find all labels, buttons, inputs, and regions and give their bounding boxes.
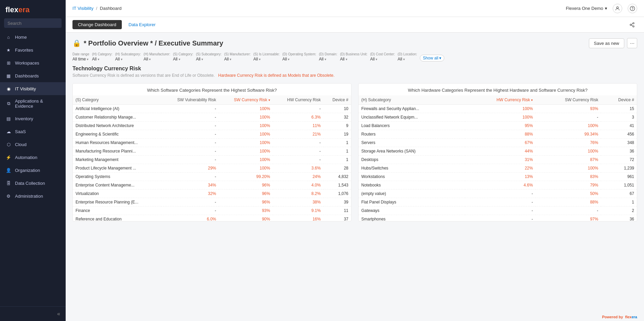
filter-d-cost-center[interactable]: (D) Cost Center: All xyxy=(370,52,395,61)
table-row[interactable]: Operating Systems - 99.20% 24% 4,832 xyxy=(73,173,351,181)
left-table: (S) Category SW Vulnerability Risk SW Cu… xyxy=(73,95,351,221)
svg-point-5 xyxy=(633,25,634,27)
filter-d-os-select[interactable]: All xyxy=(282,57,316,61)
table-row[interactable]: Hubs/Switches 22% 100% 1,239 xyxy=(359,164,637,173)
sidebar-item-administration[interactable]: ⚙ Administration xyxy=(0,190,66,202)
filter-s-subcategory-select[interactable]: All xyxy=(196,57,221,61)
filter-s-manufacturer-select[interactable]: All xyxy=(224,57,251,61)
help-icon[interactable] xyxy=(628,4,637,13)
table-row[interactable]: Marketing Management - 100% - 1 xyxy=(73,156,351,164)
sidebar-collapse-button[interactable]: « xyxy=(0,306,66,321)
user-profile-icon[interactable] xyxy=(613,4,622,13)
sidebar-item-data-collection[interactable]: 🗄 Data Collection xyxy=(0,177,66,190)
col-sw-currency[interactable]: SW Currency Risk ▾ xyxy=(219,95,273,105)
filter-d-domain-select[interactable]: All xyxy=(319,57,337,61)
table-row[interactable]: Desktops 31% 87% 72 xyxy=(359,156,637,164)
table-row[interactable]: Enterprise Content Manageme... 34% 96% 4… xyxy=(73,181,351,190)
table-row[interactable]: Firewalls and Security Applian... 100% 9… xyxy=(359,105,637,113)
filter-h-category-select[interactable]: All xyxy=(92,57,112,61)
table-row[interactable]: Workstations 13% 83% 961 xyxy=(359,173,637,181)
sidebar-item-home[interactable]: ⌂ Home xyxy=(0,31,66,43)
table-row[interactable]: Unclassified Network Equipm... 100% - 3 xyxy=(359,113,637,122)
filter-date-range-select[interactable]: All time xyxy=(72,57,89,61)
topbar-right: Flexera One Demo ▾ xyxy=(566,4,637,13)
left-table-scroll[interactable]: (S) Category SW Vulnerability Risk SW Cu… xyxy=(73,95,351,221)
filter-h-subcategory-select[interactable]: All xyxy=(115,57,141,61)
filter-h-subcategory[interactable]: (H) Subcategory: All xyxy=(115,52,141,61)
filter-h-manufacturer-select[interactable]: All xyxy=(144,57,170,61)
sidebar-item-applications[interactable]: ⧉ Applications & Evidence xyxy=(0,95,66,112)
filter-d-business-unit[interactable]: (D) Business Unit: All xyxy=(340,52,367,61)
col-device-num-r[interactable]: Device # xyxy=(601,95,637,105)
show-all-filters-button[interactable]: Show all ▾ xyxy=(420,55,444,61)
save-as-new-button[interactable]: Save as new xyxy=(589,38,624,48)
table-row[interactable]: Load Balancers 95% 100% 41 xyxy=(359,122,637,130)
col-sw-currency-r[interactable]: SW Currency Risk xyxy=(535,95,601,105)
breadcrumb-parent[interactable]: IT Visibility xyxy=(72,6,94,11)
cell-hw-currency: 31% xyxy=(465,156,535,164)
table-row[interactable]: Gateways - - 2 xyxy=(359,207,637,215)
table-row[interactable]: Customer Relationship Manage... - 100% 6… xyxy=(73,113,351,122)
search-input[interactable] xyxy=(7,21,65,26)
sidebar-item-it-visibility[interactable]: ◉ IT Visibility xyxy=(0,82,66,95)
sidebar-item-dashboards[interactable]: ▦ Dashboards xyxy=(0,69,66,82)
table-row[interactable]: Smartphones - 97% 36 xyxy=(359,215,637,221)
table-row[interactable]: Manufacturing Resource Planni... - 100% … xyxy=(73,147,351,156)
change-dashboard-tab[interactable]: Change Dashboard xyxy=(72,20,122,29)
share-button[interactable] xyxy=(627,20,637,30)
table-row[interactable]: Reference and Education 6.0% 90% 16% 37 xyxy=(73,215,351,221)
sidebar-item-automation[interactable]: ⚡ Automation xyxy=(0,151,66,164)
table-row[interactable]: Engineering & Scientific - 100% 21% 19 xyxy=(73,130,351,139)
filter-d-domain[interactable]: (D) Domain: All xyxy=(319,52,337,61)
svg-line-6 xyxy=(631,25,633,26)
table-row[interactable]: Human Resources Management... - 100% - 1 xyxy=(73,139,351,147)
filter-d-cost-center-select[interactable]: All xyxy=(370,57,395,61)
filter-s-category[interactable]: (S) Category: All xyxy=(173,52,193,61)
table-row[interactable]: Storage Area Networks (SAN) 44% 100% 36 xyxy=(359,147,637,156)
table-row[interactable]: Flat Panel Displays - 88% 1 xyxy=(359,198,637,207)
filter-h-manufacturer[interactable]: (H) Manufacturer: All xyxy=(144,52,170,61)
sidebar-item-favorites[interactable]: ★ Favorites xyxy=(0,43,66,56)
table-row[interactable]: Enterprise Resource Planning (E... - 96%… xyxy=(73,198,351,207)
table-row[interactable]: Notebooks 4.6% 79% 1,051 xyxy=(359,181,637,190)
col-h-subcategory[interactable]: (H) Subcategory xyxy=(359,95,465,105)
col-hw-currency-r[interactable]: HW Currency Risk ▾ xyxy=(465,95,535,105)
col-device-num[interactable]: Device # xyxy=(324,95,351,105)
search-box[interactable]: 🔍 xyxy=(4,18,62,28)
table-row[interactable]: Routers 88% 99.34% 456 xyxy=(359,130,637,139)
table-row[interactable]: Product Lifecycle Management ... 29% 100… xyxy=(73,164,351,173)
filter-s-licensable-select[interactable]: All xyxy=(253,57,280,61)
filter-s-manufacturer[interactable]: (S) Manufacturer: All xyxy=(224,52,251,61)
table-row[interactable]: Artificial Intelligence (AI) - 100% - 10 xyxy=(73,105,351,113)
col-sw-vuln[interactable]: SW Vulnerability Risk xyxy=(161,95,219,105)
table-row[interactable]: Finance - 93% 9.1% 11 xyxy=(73,207,351,215)
sidebar-item-organization[interactable]: 👤 Organization xyxy=(0,164,66,177)
filter-s-category-select[interactable]: All xyxy=(173,57,193,61)
table-row[interactable]: Virtualization 32% 96% 8.2% 1,076 xyxy=(73,190,351,198)
filter-s-licensable[interactable]: (S) Is Licensable: All xyxy=(253,52,280,61)
filter-d-business-unit-select[interactable]: All xyxy=(340,57,367,61)
powered-by: Powered by flexera xyxy=(66,313,644,321)
filter-d-location[interactable]: (D) Location: All xyxy=(398,52,417,61)
col-s-category[interactable]: (S) Category xyxy=(73,95,161,105)
sidebar-item-inventory[interactable]: ▤ Inventory xyxy=(0,112,66,125)
sidebar-item-workspaces[interactable]: ⊞ Workspaces xyxy=(0,56,66,69)
subtitle-link[interactable]: Hardware Currency Risk is defined as Mod… xyxy=(218,73,334,78)
table-row[interactable]: Servers 67% 76% 348 xyxy=(359,139,637,147)
sidebar-item-cloud-label: Cloud xyxy=(15,142,27,147)
right-table-scroll[interactable]: (H) Subcategory HW Currency Risk ▾ SW Cu… xyxy=(359,95,637,221)
data-explorer-tab[interactable]: Data Explorer xyxy=(123,20,161,29)
filter-date-range[interactable]: Date range All time xyxy=(72,52,89,61)
cell-device-num: 11 xyxy=(324,207,351,215)
sidebar-item-cloud[interactable]: ⬡ Cloud xyxy=(0,138,66,151)
filter-s-subcategory[interactable]: (S) Subcategory: All xyxy=(196,52,221,61)
filter-h-category[interactable]: (H) Category: All xyxy=(92,52,112,61)
col-hw-currency[interactable]: HW Currency Risk xyxy=(273,95,324,105)
sidebar-item-saas[interactable]: ☁ SaaS xyxy=(0,125,66,138)
filter-d-os[interactable]: (D) Operating System: All xyxy=(282,52,316,61)
more-options-button[interactable]: ⋯ xyxy=(627,38,637,48)
table-row[interactable]: (empty value) - 50% 67 xyxy=(359,190,637,198)
user-menu[interactable]: Flexera One Demo ▾ xyxy=(566,6,607,11)
filter-d-location-select[interactable]: All xyxy=(398,57,417,61)
table-row[interactable]: Distributed Network Architecture - 100% … xyxy=(73,122,351,130)
